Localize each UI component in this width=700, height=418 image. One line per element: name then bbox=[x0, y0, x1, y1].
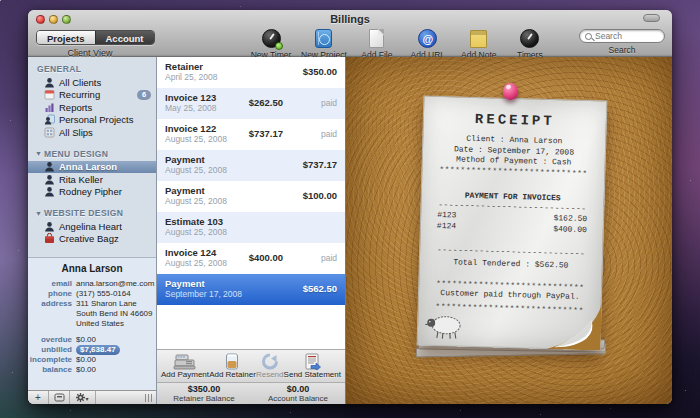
paid-status: paid bbox=[321, 253, 337, 263]
ledger-row-payment-selected[interactable]: Payment September 17, 2008 $562.50 bbox=[157, 274, 345, 305]
sticky-note-icon bbox=[468, 28, 489, 49]
section-menu-design[interactable]: ▼ MENU DESIGN bbox=[28, 146, 156, 161]
retainer-jar-icon bbox=[225, 352, 239, 370]
retainer-balance: $350.00 Retainer Balance bbox=[157, 383, 251, 404]
search-label: Search bbox=[579, 45, 665, 55]
new-project-button[interactable]: New Project bbox=[301, 27, 347, 60]
ledger-row-estimate-103[interactable]: Estimate 103 August 25, 2008 bbox=[157, 212, 345, 243]
action-box-button[interactable] bbox=[49, 391, 70, 404]
sidebar-footer: + ▾ bbox=[28, 390, 156, 404]
toolbar-buttons: New Timer New Project Add File @ Add URL… bbox=[250, 27, 551, 60]
client-incomplete-row: incomplete $0.00 bbox=[28, 355, 156, 365]
sidebar-item-creative-bagz[interactable]: Creative Bagz bbox=[28, 233, 156, 246]
client-name: Anna Larson bbox=[28, 263, 156, 274]
client-overdue-row: overdue $0.00 bbox=[28, 335, 156, 345]
add-payment-button[interactable]: Add Payment bbox=[161, 352, 209, 382]
ledger-row-invoice-123[interactable]: Invoice 123 May 25, 2008 $262.50 paid bbox=[157, 88, 345, 119]
sidebar-item-rita-keller[interactable]: Rita Keller bbox=[28, 173, 156, 186]
send-statement-button[interactable]: Send Statement bbox=[284, 352, 341, 382]
resize-grip-icon[interactable] bbox=[145, 394, 154, 402]
add-url-button[interactable]: @ Add URL bbox=[407, 27, 449, 60]
window-content: GENERAL All Clients Recurring 6 Reports … bbox=[28, 57, 672, 404]
sidebar-item-recurring[interactable]: Recurring 6 bbox=[28, 89, 156, 102]
search-field[interactable] bbox=[579, 29, 665, 43]
sidebar-item-reports[interactable]: Reports bbox=[28, 101, 156, 114]
page-icon bbox=[366, 28, 387, 49]
gear-menu-button[interactable]: ▾ bbox=[70, 391, 96, 404]
red-bag-icon bbox=[44, 233, 55, 244]
person-doc-icon bbox=[44, 114, 55, 125]
sidebar-item-anna-larson[interactable]: Anna Larson bbox=[28, 161, 156, 174]
client-balance-row: balance $0.00 bbox=[28, 365, 156, 375]
paid-status: paid bbox=[321, 129, 337, 139]
person-icon bbox=[44, 186, 55, 197]
client-address-row2: South Bend IN 46609 bbox=[28, 309, 156, 319]
cork-board: RECEIPT Client : Anna Larson Date : Sept… bbox=[346, 57, 672, 404]
calendar-icon bbox=[44, 89, 55, 100]
ledger-panel: Retainer April 25, 2008 $350.00 Invoice … bbox=[157, 57, 346, 404]
statement-icon bbox=[304, 352, 321, 370]
sidebar-item-all-clients[interactable]: All Clients bbox=[28, 76, 156, 89]
view-tabs: Projects Account bbox=[36, 30, 155, 45]
sidebar-item-personal-projects[interactable]: Personal Projects bbox=[28, 114, 156, 127]
ledger-row-payment-1[interactable]: Payment August 25, 2008 $737.17 bbox=[157, 150, 345, 181]
add-file-button[interactable]: Add File bbox=[356, 27, 398, 60]
person-icon bbox=[44, 174, 55, 185]
person-icon bbox=[44, 221, 55, 232]
add-note-button[interactable]: Add Note bbox=[458, 27, 500, 60]
receipt[interactable]: RECEIPT Client : Anna Larson Date : Sept… bbox=[417, 95, 608, 350]
section-general: GENERAL bbox=[28, 61, 156, 76]
timer-icon bbox=[261, 28, 282, 49]
ledger-action-bar: Add Payment Add Retainer Resend bbox=[157, 349, 345, 382]
titlebar[interactable]: Billings bbox=[28, 10, 672, 27]
add-retainer-button[interactable]: Add Retainer bbox=[209, 352, 256, 382]
disclosure-triangle-icon[interactable]: ▼ bbox=[35, 210, 42, 217]
receipt-total-line: Total Tendered : $562.50 bbox=[420, 256, 602, 272]
new-timer-button[interactable]: New Timer bbox=[250, 27, 292, 60]
recurring-count-badge: 6 bbox=[137, 90, 151, 100]
section-website-design[interactable]: ▼ WEBSITE DESIGN bbox=[28, 205, 156, 220]
desktop-stars bbox=[0, 0, 1, 1]
add-client-button[interactable]: + bbox=[28, 391, 49, 404]
search-area: Search bbox=[579, 29, 665, 55]
toolbar-toggle-button[interactable] bbox=[643, 14, 660, 22]
sidebar: GENERAL All Clients Recurring 6 Reports … bbox=[28, 57, 157, 404]
account-balance: $0.00 Account Balance bbox=[251, 383, 345, 404]
pushpin-icon bbox=[501, 83, 521, 107]
ledger-row-retainer[interactable]: Retainer April 25, 2008 $350.00 bbox=[157, 57, 345, 88]
resend-arrow-icon bbox=[261, 352, 279, 370]
ledger-row-invoice-124[interactable]: Invoice 124 August 25, 2008 $400.00 paid bbox=[157, 243, 345, 274]
client-address-row3: United States bbox=[28, 319, 156, 329]
billings-window: Billings Projects Account Client View Ne… bbox=[28, 10, 672, 404]
window-title: Billings bbox=[28, 13, 672, 25]
ledger-empty-area bbox=[157, 305, 345, 349]
client-email-row: email anna.larson@me.com bbox=[28, 279, 156, 289]
person-icon bbox=[44, 161, 55, 172]
resend-button[interactable]: Resend bbox=[256, 352, 284, 382]
window-chrome: Billings Projects Account Client View Ne… bbox=[28, 10, 672, 57]
unbilled-badge: $7,638.47 bbox=[76, 345, 120, 355]
search-input[interactable] bbox=[595, 31, 661, 41]
balances-bar: $350.00 Retainer Balance $0.00 Account B… bbox=[157, 382, 345, 404]
client-phone-row: phone (317) 555-0164 bbox=[28, 289, 156, 299]
receipt-title: RECEIPT bbox=[424, 110, 606, 131]
caret-down-icon: ▾ bbox=[85, 396, 88, 402]
paid-status: paid bbox=[321, 98, 337, 108]
sidebar-item-rodney-pipher[interactable]: Rodney Pipher bbox=[28, 186, 156, 199]
page-curl bbox=[542, 303, 601, 351]
disclosure-triangle-icon[interactable]: ▼ bbox=[35, 150, 42, 157]
sidebar-item-angelina-heart[interactable]: Angelina Heart bbox=[28, 220, 156, 233]
slips-icon bbox=[44, 127, 55, 138]
ledger-row-invoice-122[interactable]: Invoice 122 August 25, 2008 $737.17 paid bbox=[157, 119, 345, 150]
client-unbilled-row: unbilled $7,638.47 bbox=[28, 345, 156, 355]
timers-button[interactable]: Timers bbox=[509, 27, 551, 60]
source-list: GENERAL All Clients Recurring 6 Reports … bbox=[28, 57, 156, 257]
person-icon bbox=[44, 77, 55, 88]
ledger-row-payment-2[interactable]: Payment August 25, 2008 $100.00 bbox=[157, 181, 345, 212]
bar-chart-icon bbox=[44, 102, 55, 113]
toolbar: Projects Account Client View New Timer N… bbox=[28, 27, 672, 57]
sidebar-item-all-slips[interactable]: All Slips bbox=[28, 126, 156, 139]
cash-register-icon bbox=[173, 352, 197, 370]
tab-projects[interactable]: Projects bbox=[37, 31, 95, 44]
tab-account[interactable]: Account bbox=[95, 31, 154, 44]
